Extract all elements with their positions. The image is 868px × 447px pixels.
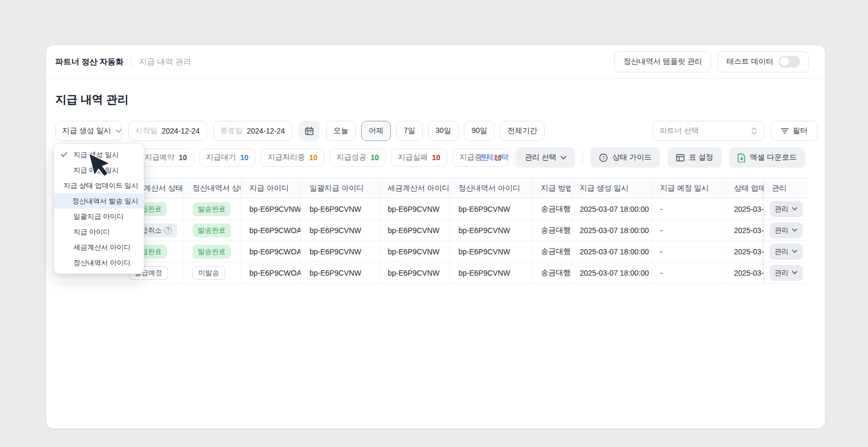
cell-payout-method: 송금대행 [532,262,571,283]
app-title: 파트너 정산 자동화 [55,57,123,67]
chip-label: 지급예약 [145,153,174,162]
partner-select[interactable]: 파트너 선택 [653,121,764,141]
excel-download-button[interactable]: 엑셀 다운로드 [729,147,805,168]
end-date-value: 2024-12-24 [247,127,285,135]
quick-range-group: 오늘어제7일30일90일전체기간 [326,121,545,141]
cell-scheduled-at: - [652,220,725,241]
menu-item-세금계산서 아이디[interactable]: 세금계산서 아이디 [54,239,144,255]
chip-label: 지급실패 [398,153,428,162]
start-date-label: 시작일 [135,126,157,136]
chip-count: 10 [432,153,440,162]
filter-left-group: 지급 생성 일시 시작일 2024-12-24 종료일 2024-12-24 [55,121,545,141]
filter-button[interactable]: 필터 [771,121,817,141]
menu-item-label: 세금계산서 아이디 [73,243,131,252]
column-header-정산내역서 상태: 정산내역서 상태 [184,178,241,198]
header-divider [131,56,131,67]
statement-status-badge-label: 발송완료 [198,204,226,214]
test-data-toggle[interactable] [779,56,800,68]
filter-button-label: 필터 [793,126,808,136]
end-date-input[interactable]: 종료일 2024-12-24 [213,121,292,141]
cell-bulk-payout-id: bp-E6P9CVNW [301,220,379,241]
menu-item-지급 예정 일시[interactable]: 지급 예정 일시 [54,162,144,178]
select-all-link[interactable]: 전체선택 [479,153,508,162]
menu-item-정산내역서 아이디[interactable]: 정산내역서 아이디 [54,255,144,270]
top-bar-actions: 정산내역서 템플릿 관리 테스트 데이터 [614,51,809,72]
breadcrumb: 지급 내역 관리 [139,57,191,67]
filter-right-group: 파트너 선택 필터 [653,121,817,141]
menu-item-일괄지급 아이디[interactable]: 일괄지급 아이디 [54,209,144,224]
cell-statement-id: bp-E6P9CVNW [450,241,532,262]
quick-range-7일[interactable]: 7일 [396,121,423,141]
menu-item-정산내역서 발송 일시[interactable]: 정산내역서 발송 일시 [54,193,144,209]
question-circle-icon: ? [599,153,608,162]
manage-row-button[interactable]: 관리 [770,244,803,260]
filter-icon [781,128,789,134]
menu-item-label: 일괄지급 아이디 [73,212,124,221]
cell-bulk-payout-id: bp-E6P9CVNW [301,241,379,262]
statement-status-badge: 발송완료 [193,202,231,216]
status-chip-지급예약[interactable]: 지급예약10 [138,148,194,167]
statement-status-badge-label: 미발송 [198,268,219,278]
cell-bulk-payout-id: bp-E6P9CVNW [301,262,379,283]
calendar-icon [305,127,314,136]
status-guide-button[interactable]: ? 상태 가이드 [590,147,660,168]
chip-count: 10 [179,153,187,162]
column-header-일괄지급 아이디: 일괄지급 아이디 [301,178,379,198]
cell-created-at: 2025-03-07 18:00:00 [571,241,652,262]
excel-download-label: 엑셀 다운로드 [750,153,797,162]
status-chip-지급성공[interactable]: 지급성공10 [330,148,386,167]
status-chip-지급처리중[interactable]: 지급처리중10 [261,148,324,167]
start-date-input[interactable]: 시작일 2024-12-24 [128,121,207,141]
cell-statement-id: bp-E6P9CVNW [450,220,532,241]
statement-template-button[interactable]: 정산내역서 템플릿 관리 [614,51,711,72]
chip-count: 10 [240,153,249,162]
cell-statement-status: 미발송 [184,262,241,283]
cell-tax-invoice-id: bp-E6P9CVNW [379,198,450,219]
cell-payout-method: 송금대행 [532,220,571,241]
cell-bulk-payout-id: bp-E6P9CVNW [301,198,379,219]
test-data-label: 테스트 데이터 [727,57,773,67]
table-header-row: 세금계산서 상태정산내역서 상태지급 아이디일괄지급 아이디세금계산서 아이디정… [54,178,807,198]
manage-row-button[interactable]: 관리 [770,265,803,281]
cell-created-at: 2025-03-07 18:00:00 [571,198,652,219]
manage-cell: 관리 [764,241,807,262]
quick-range-어제[interactable]: 어제 [361,121,391,141]
manage-row-button-label: 관리 [775,268,789,278]
quick-range-오늘[interactable]: 오늘 [326,121,356,141]
status-chip-지급실패[interactable]: 지급실패10 [391,148,447,167]
table-row: 발급예정미발송bp-E6P9CWOAbp-E6P9CVNWbp-E6P9CVNW… [54,262,807,284]
cell-tax-invoice-id: bp-E6P9CVNW [379,220,450,241]
cell-created-at: 2025-03-07 18:00:00 [571,262,652,283]
menu-item-label: 지급 아이디 [73,227,110,237]
test-data-toggle-button[interactable]: 테스트 데이터 [717,51,809,72]
cell-statement-status: 발송완료 [184,241,241,262]
manage-row-button-label: 관리 [775,226,789,235]
manage-row-button[interactable]: 관리 [770,222,803,238]
manage-cell: 관리 [764,220,807,241]
quick-range-90일[interactable]: 90일 [464,121,495,141]
calendar-button[interactable] [298,121,320,141]
statement-status-badge-label: 발송완료 [198,226,226,235]
date-type-select[interactable]: 지급 생성 일시 [55,121,122,141]
menu-item-지급 아이디[interactable]: 지급 아이디 [54,224,144,239]
cell-payout-id: bp-E6P9CWOA [241,220,301,241]
partner-select-placeholder: 파트너 선택 [660,126,699,136]
menu-item-지급 생성 일시[interactable]: 지급 생성 일시 [54,147,144,162]
manage-select-label: 관리 선택 [524,153,556,162]
statement-status-badge: 미발송 [193,266,225,280]
date-type-value: 지급 생성 일시 [62,126,111,136]
updown-chevrons-icon [751,127,757,135]
status-chip-지급대기[interactable]: 지급대기10 [199,148,256,167]
bulk-actions: 전체선택 관리 선택 ? 상태 가이드 [479,147,805,168]
cell-tax-invoice-id: bp-E6P9CVNW [379,262,450,283]
table-settings-label: 표 설정 [689,153,713,162]
quick-range-30일[interactable]: 30일 [428,121,459,141]
help-circle-icon[interactable]: ? [164,227,172,234]
menu-item-label: 정산내역서 발송 일시 [72,196,138,206]
quick-range-전체기간[interactable]: 전체기간 [500,121,545,141]
manage-select-button[interactable]: 관리 선택 [516,147,575,168]
manage-row-button[interactable]: 관리 [770,201,803,217]
menu-item-지급 상태 업데이트 일시[interactable]: 지급 상태 업데이트 일시 [54,178,144,193]
table-settings-button[interactable]: 표 설정 [667,147,722,168]
manage-column-header: 관리 [764,178,807,198]
